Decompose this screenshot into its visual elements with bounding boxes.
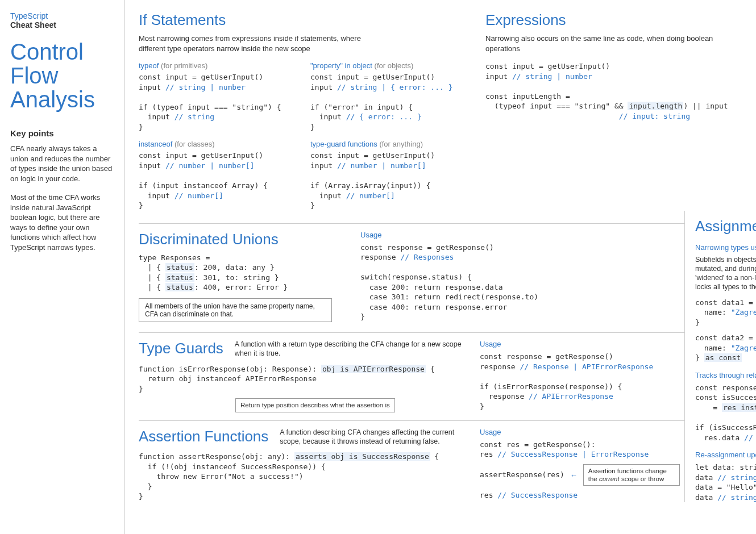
assign-code3: let data: string | number = ... data // … [695, 462, 756, 502]
expressions-code: const input = getUserInput() input // st… [485, 61, 756, 121]
assert-title: Assertion Functions [139, 428, 268, 445]
assert-desc: A function describing CFA changes affect… [280, 428, 468, 447]
disc-code: type Responses = | { status: 200, data: … [139, 253, 332, 293]
typeof-subtitle: typeof (for primitives) [139, 61, 297, 70]
instanceof-code: const input = getUserInput() input // nu… [139, 151, 297, 210]
expressions-intro: Narrowing also occurs on the same line a… [485, 34, 724, 53]
assign-sub3: Re-assignment updates types [695, 450, 756, 459]
main-content: If Statements Most narrowing comes from … [125, 0, 756, 534]
typeguard-fn-code: const input = getUserInput() input // nu… [310, 151, 468, 210]
typeguards-usage-code: const response = getResponse() response … [480, 352, 684, 411]
disc-note: All members of the union have the same p… [139, 298, 332, 322]
typeguards-usage: Usage const response = getResponse() res… [468, 340, 684, 412]
if-intro: Most narrowing comes from expressions in… [139, 34, 377, 53]
assert-usage: Usage const res = getResponse(): res // … [468, 428, 684, 502]
assign-intro1: Subfields in objects are treated as thou… [695, 255, 756, 292]
brand-sub: Cheat Sheet [10, 20, 114, 30]
disc-usage: Usage const response = getResponse() res… [349, 231, 684, 322]
typeguards-usage-label: Usage [480, 340, 684, 348]
section-assertion-functions: Assertion Functions A function describin… [139, 428, 468, 502]
property-in-subtitle: "property" in object (for objects) [310, 61, 468, 70]
section-expressions: Expressions Narrowing also occurs on the… [485, 11, 756, 211]
typeof-code: const input = getUserInput() input // st… [139, 72, 297, 132]
assert-usage-code-3: res // SuccessResponse [480, 490, 684, 500]
instanceof-subtitle: instanceof (for classes) [139, 140, 297, 148]
assign-sub2: Tracks through related variables [695, 371, 756, 379]
assert-usage-code-1: const res = getResponse(): res // Succes… [480, 440, 684, 460]
keypoint-1: CFA nearly always takes a union and redu… [10, 144, 114, 183]
assign-data1-left: const data1 = { name: "Zagreus" } [695, 298, 756, 328]
sidebar: TypeScript Cheat Sheet Control Flow Anal… [0, 0, 125, 534]
assign-code2: const response = getResponse() const isS… [695, 383, 756, 443]
keypoints-header: Key points [10, 128, 114, 138]
typeguards-note: Return type position describes what the … [235, 398, 395, 412]
assign-sub1: Narrowing types using 'as const' [695, 243, 756, 252]
brand-top: TypeScript [10, 11, 114, 20]
typeguards-desc: A function with a return type describing… [235, 340, 468, 358]
section-if-statements: If Statements Most narrowing comes from … [139, 11, 468, 211]
assign-data2-left: const data2 = { name: "Zagreus" } as con… [695, 333, 756, 363]
disc-title: Discriminated Unions [139, 231, 332, 248]
assert-usage-code-2: assertResponse(res) [480, 470, 564, 480]
expressions-title: Expressions [485, 11, 756, 29]
assign-title: Assignment [695, 218, 756, 235]
property-in-code: const input = getUserInput() input // st… [310, 72, 468, 132]
typeguards-code: function isErrorResponse(obj: Response):… [139, 364, 468, 394]
typeguard-fn-subtitle: type-guard functions (for anything) [310, 140, 468, 148]
disc-usage-code: const response = getResponse() response … [360, 243, 684, 322]
section-assignment: Assignment Narrowing types using 'as con… [684, 211, 756, 503]
assert-note: Assertion functions change the current s… [583, 464, 680, 486]
if-title: If Statements [139, 11, 468, 29]
typeguards-title: Type Guards [139, 340, 223, 357]
assert-usage-label: Usage [480, 428, 684, 436]
section-type-guards: Type Guards A function with a return typ… [139, 340, 468, 412]
assert-code: function assertResponse(obj: any): asser… [139, 452, 468, 502]
disc-usage-label: Usage [360, 231, 684, 239]
section-discriminated-unions: Discriminated Unions type Responses = | … [139, 231, 332, 322]
keypoint-2: Most of the time CFA works inside natura… [10, 193, 114, 252]
page-title: Control Flow Analysis [10, 40, 114, 111]
